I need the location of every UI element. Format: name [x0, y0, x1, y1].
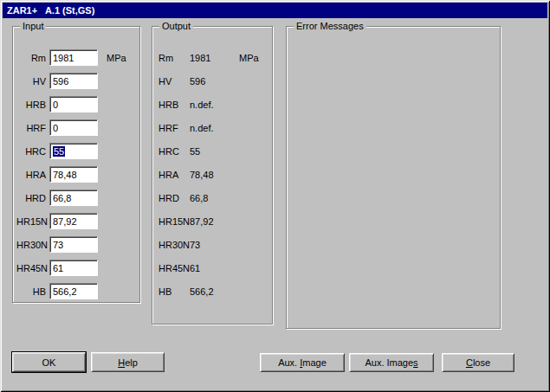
aux-images-button[interactable]: Aux. Images: [349, 353, 434, 372]
window-title: ZAR1+ A.1 (St,GS): [7, 5, 94, 16]
ok-button[interactable]: OK: [12, 352, 86, 372]
input-row-hv: HV: [16, 73, 136, 89]
input-row-rm: Rm MPa: [16, 49, 136, 66]
hb-input[interactable]: [49, 283, 98, 299]
hv-input[interactable]: [49, 73, 98, 89]
output-hrf-value: n.def.: [190, 123, 239, 133]
output-group: Output Rm 1981 MPa HV 596 HRB n.def. HRF…: [152, 26, 273, 325]
hrd-input[interactable]: [49, 190, 98, 206]
error-messages-group: Error Messages: [286, 26, 501, 329]
input-row-hr30n: HR30N: [16, 236, 136, 253]
output-row-hr15n: HR15N 87,92: [159, 213, 269, 229]
rm-label: Rm: [16, 53, 46, 63]
output-hrf-label: HRF: [159, 123, 190, 133]
help-button[interactable]: Help: [91, 352, 165, 372]
output-row-hrb: HRB n.def.: [159, 96, 269, 112]
output-hv-value: 596: [190, 76, 239, 87]
output-rm-value: 1981: [190, 53, 239, 63]
output-hr30n-value: 73: [190, 240, 239, 250]
hrc-label: HRC: [16, 146, 46, 157]
mpa-unit-label: MPa: [107, 53, 126, 63]
output-hr45n-value: 61: [190, 263, 239, 273]
output-hrd-value: 66,8: [190, 193, 239, 203]
hr30n-input[interactable]: [49, 236, 98, 253]
output-rows: Rm 1981 MPa HV 596 HRB n.def. HRF n.def.…: [152, 27, 272, 299]
output-hra-value: 78,48: [190, 170, 239, 180]
output-row-hrd: HRD 66,8: [159, 190, 269, 206]
error-messages-group-label: Error Messages: [294, 21, 366, 32]
close-button[interactable]: Close: [442, 353, 514, 372]
input-row-hr15n: HR15N: [16, 213, 136, 229]
hr45n-label: HR45N: [16, 263, 46, 273]
output-row-hrf: HRF n.def.: [159, 119, 269, 136]
output-hv-label: HV: [159, 76, 190, 87]
output-mpa-unit-label: MPa: [239, 53, 259, 63]
input-row-hrc: HRC 55: [16, 143, 136, 159]
output-hr15n-label: HR15N: [159, 216, 190, 227]
output-hb-label: HB: [159, 286, 190, 297]
input-rows: Rm MPa HV HRB HRF HRC 55: [13, 27, 139, 299]
ok-button-label: OK: [42, 357, 56, 368]
output-hrb-value: n.def.: [190, 100, 239, 110]
hr15n-input[interactable]: [49, 213, 98, 229]
output-hrb-label: HRB: [159, 100, 190, 110]
hr45n-input[interactable]: [49, 260, 98, 276]
output-row-hra: HRA 78,48: [159, 166, 269, 183]
output-hr45n-label: HR45N: [159, 263, 190, 273]
input-group-label: Input: [20, 21, 46, 32]
output-hrc-value: 55: [190, 146, 239, 157]
output-row-hb: HB 566,2: [159, 283, 269, 299]
output-row-hrc: HRC 55: [159, 143, 269, 159]
output-hr15n-value: 87,92: [190, 216, 239, 227]
output-hra-label: HRA: [159, 170, 190, 180]
hrb-input[interactable]: [49, 96, 98, 112]
input-row-hrd: HRD: [16, 190, 136, 206]
selected-text: 55: [53, 146, 65, 157]
output-hrc-label: HRC: [159, 146, 190, 157]
output-rm-label: Rm: [159, 53, 190, 63]
output-hrd-label: HRD: [159, 193, 190, 203]
output-hr30n-label: HR30N: [159, 240, 190, 250]
output-hb-value: 566,2: [190, 286, 239, 297]
input-row-hb: HB: [16, 283, 136, 299]
dialog-window: ZAR1+ A.1 (St,GS) Input Rm MPa HV HRB HR…: [0, 0, 550, 392]
hrb-label: HRB: [16, 100, 46, 110]
input-row-hra: HRA: [16, 166, 136, 183]
hr15n-label: HR15N: [16, 216, 46, 227]
rm-input[interactable]: [49, 49, 98, 66]
hra-input[interactable]: [49, 166, 98, 183]
hrc-input[interactable]: 55: [49, 143, 98, 159]
hra-label: HRA: [16, 170, 46, 180]
hrf-input[interactable]: [49, 119, 98, 136]
input-row-hr45n: HR45N: [16, 260, 136, 276]
title-bar[interactable]: ZAR1+ A.1 (St,GS): [3, 3, 547, 18]
hb-label: HB: [16, 286, 46, 297]
hrf-label: HRF: [16, 123, 46, 133]
output-row-rm: Rm 1981 MPa: [159, 49, 269, 66]
aux-image-button[interactable]: Aux. Image: [260, 353, 345, 372]
input-group: Input Rm MPa HV HRB HRF HRC 5: [12, 26, 140, 303]
output-group-label: Output: [159, 21, 193, 32]
input-row-hrb: HRB: [16, 96, 136, 112]
output-row-hv: HV 596: [159, 73, 269, 89]
hv-label: HV: [16, 76, 46, 87]
output-row-hr45n: HR45N 61: [159, 260, 269, 276]
input-row-hrf: HRF: [16, 119, 136, 136]
hrd-label: HRD: [16, 193, 46, 203]
hr30n-label: HR30N: [16, 240, 46, 250]
output-row-hr30n: HR30N 73: [159, 236, 269, 253]
